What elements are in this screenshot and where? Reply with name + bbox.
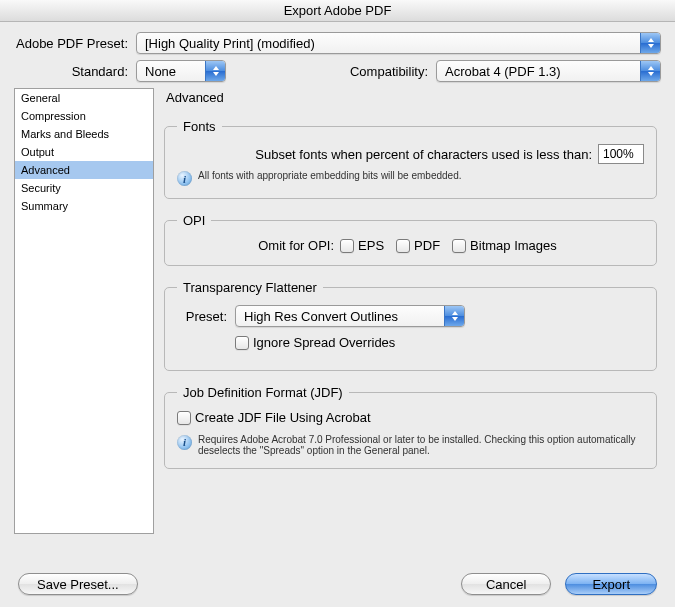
flattener-preset-value: High Res Convert Outlines [236, 309, 444, 324]
opi-bitmap-checkbox[interactable]: Bitmap Images [452, 238, 557, 253]
opi-label: Omit for OPI: [258, 238, 334, 253]
compatibility-label: Compatibility: [326, 64, 436, 79]
updown-icon [444, 306, 464, 326]
standard-compat-row: Standard: None Compatibility: Acrobat 4 … [14, 60, 661, 82]
create-jdf-checkbox[interactable]: Create JDF File Using Acrobat [177, 410, 371, 425]
opi-legend: OPI [177, 213, 211, 228]
opi-eps-label: EPS [358, 238, 384, 253]
sidebar-item-security[interactable]: Security [15, 179, 153, 197]
info-icon: i [177, 171, 192, 186]
compatibility-select[interactable]: Acrobat 4 (PDF 1.3) [436, 60, 661, 82]
ignore-spread-label: Ignore Spread Overrides [253, 335, 395, 350]
jdf-legend: Job Definition Format (JDF) [177, 385, 349, 400]
dialog-footer: Save Preset... Cancel Export [0, 573, 675, 595]
flattener-preset-label: Preset: [177, 309, 227, 324]
jdf-group: Job Definition Format (JDF) Create JDF F… [164, 385, 657, 469]
preset-select[interactable]: [High Quality Print] (modified) [136, 32, 661, 54]
checkbox-icon [396, 239, 410, 253]
subset-label: Subset fonts when percent of characters … [255, 147, 592, 162]
save-preset-button[interactable]: Save Preset... [18, 573, 138, 595]
export-button[interactable]: Export [565, 573, 657, 595]
fonts-group: Fonts Subset fonts when percent of chara… [164, 119, 657, 199]
standard-select-value: None [137, 64, 205, 79]
compatibility-select-value: Acrobat 4 (PDF 1.3) [437, 64, 640, 79]
jdf-info-text: Requires Adobe Acrobat 7.0 Professional … [198, 434, 644, 456]
standard-select[interactable]: None [136, 60, 226, 82]
checkbox-icon [452, 239, 466, 253]
preset-row: Adobe PDF Preset: [High Quality Print] (… [14, 32, 661, 54]
subset-percent-input[interactable] [598, 144, 644, 164]
opi-pdf-label: PDF [414, 238, 440, 253]
fonts-legend: Fonts [177, 119, 222, 134]
transparency-flattener-group: Transparency Flattener Preset: High Res … [164, 280, 657, 371]
category-sidebar: General Compression Marks and Bleeds Out… [14, 88, 154, 534]
preset-select-value: [High Quality Print] (modified) [137, 36, 640, 51]
info-icon: i [177, 435, 192, 450]
opi-eps-checkbox[interactable]: EPS [340, 238, 384, 253]
opi-pdf-checkbox[interactable]: PDF [396, 238, 440, 253]
updown-icon [205, 61, 225, 81]
sidebar-item-marks-and-bleeds[interactable]: Marks and Bleeds [15, 125, 153, 143]
sidebar-item-advanced[interactable]: Advanced [15, 161, 153, 179]
window-title: Export Adobe PDF [0, 0, 675, 22]
sidebar-item-compression[interactable]: Compression [15, 107, 153, 125]
advanced-panel: Advanced Fonts Subset fonts when percent… [164, 88, 661, 534]
standard-label: Standard: [14, 64, 136, 79]
updown-icon [640, 33, 660, 53]
checkbox-icon [177, 411, 191, 425]
checkbox-icon [235, 336, 249, 350]
checkbox-icon [340, 239, 354, 253]
updown-icon [640, 61, 660, 81]
panel-title: Advanced [166, 90, 661, 105]
sidebar-item-general[interactable]: General [15, 89, 153, 107]
cancel-button[interactable]: Cancel [461, 573, 551, 595]
fonts-info-text: All fonts with appropriate embedding bit… [198, 170, 462, 181]
opi-bitmap-label: Bitmap Images [470, 238, 557, 253]
sidebar-item-summary[interactable]: Summary [15, 197, 153, 215]
ignore-spread-overrides-checkbox[interactable]: Ignore Spread Overrides [235, 335, 395, 350]
flattener-preset-select[interactable]: High Res Convert Outlines [235, 305, 465, 327]
opi-group: OPI Omit for OPI: EPS PDF Bitmap Images [164, 213, 657, 266]
create-jdf-label: Create JDF File Using Acrobat [195, 410, 371, 425]
sidebar-item-output[interactable]: Output [15, 143, 153, 161]
preset-label: Adobe PDF Preset: [14, 36, 136, 51]
flattener-legend: Transparency Flattener [177, 280, 323, 295]
